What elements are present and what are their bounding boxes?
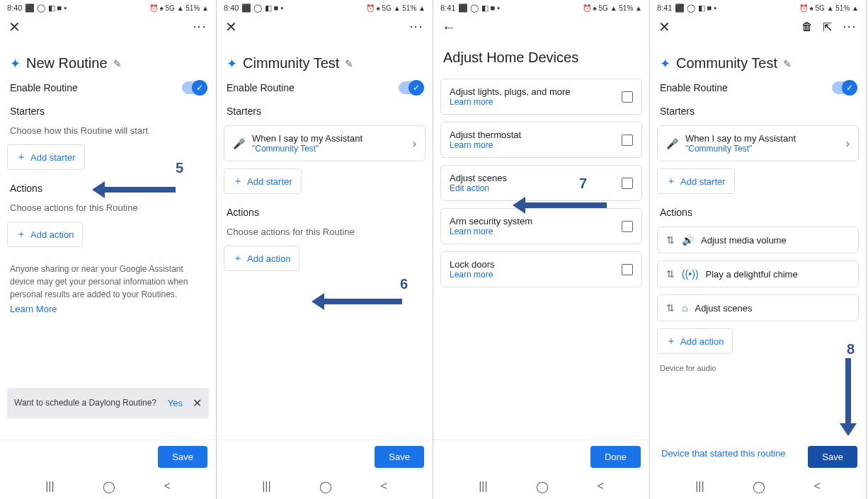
nav-home-icon[interactable]: ◯ [753,480,765,493]
edit-icon[interactable]: ✎ [113,58,122,69]
edit-icon[interactable]: ✎ [783,58,792,69]
add-starter-button[interactable]: ＋ Add starter [224,168,302,194]
starter-card[interactable]: 🎤 When I say to my Assistant "Community … [657,125,859,161]
close-icon[interactable]: ✕ [658,18,670,35]
drag-handle-icon[interactable]: ⇅ [666,302,675,314]
wand-icon: ✦ [227,56,237,71]
plus-icon: ＋ [233,252,243,265]
chime-icon: ((•)) [682,268,699,280]
nav-back-icon[interactable]: < [813,480,820,493]
device-link[interactable]: Device that started this routine [661,448,786,459]
enable-toggle[interactable] [182,81,206,94]
add-action-button[interactable]: ＋ Add action [657,328,733,354]
nav-bar: ||| ◯ < [0,474,216,499]
device-option[interactable]: Adjust lights, plugs, and more Learn mor… [440,79,642,115]
done-button[interactable]: Done [590,446,641,468]
option-link[interactable]: Learn more [450,226,615,236]
footer: Done [433,440,649,474]
option-checkbox[interactable] [622,91,633,103]
status-left-icons: ⬛ ◯ ◧ ■ • [241,4,283,13]
device-option[interactable]: Adjust thermostat Learn more [440,122,642,158]
option-link[interactable]: Learn more [450,270,615,280]
close-icon[interactable]: ✕ [8,18,21,35]
actions-heading: Actions [227,207,423,218]
status-time: 8:41 [657,4,672,12]
enable-row: Enable Routine [10,81,206,94]
status-right-icons: ⏰ ♠ 5G ▲ 51% ▲ [583,4,642,12]
add-to-home-icon[interactable]: ⇱ [823,21,832,34]
nav-home-icon[interactable]: ◯ [536,480,549,493]
add-action-button[interactable]: ＋ Add action [7,222,83,247]
app-bar: ← [433,13,649,41]
nav-recent-icon[interactable]: ||| [479,480,487,493]
nav-home-icon[interactable]: ◯ [103,480,115,493]
enable-toggle[interactable] [832,81,856,94]
action-label: Adjust scenes [695,303,752,314]
overflow-icon[interactable]: ⋮ [842,21,857,34]
title-row: ✦ Cimmunity Test ✎ [227,55,426,71]
option-checkbox[interactable] [622,221,633,232]
snackbar-yes[interactable]: Yes [168,398,183,408]
option-link[interactable]: Learn more [450,97,615,107]
status-bar: 8:40⬛ ◯ ◧ ■ • ⏰ ♠ 5G ▲ 51% ▲ [217,0,433,13]
nav-recent-icon[interactable]: ||| [695,480,704,493]
save-button[interactable]: Save [375,446,424,468]
edit-icon[interactable]: ✎ [345,58,353,69]
plus-icon: ＋ [16,228,26,241]
enable-label: Enable Routine [660,82,728,93]
close-icon[interactable]: ✕ [225,18,237,35]
status-left-icons: ⬛ ◯ ◧ ■ • [675,4,716,13]
volume-icon: 🔊 [682,234,694,246]
actions-heading: Actions [10,183,206,194]
wand-icon: ✦ [10,56,21,71]
add-action-button[interactable]: ＋ Add action [224,246,299,271]
annotation-arrow-8 [840,358,857,436]
add-starter-button[interactable]: ＋ Add starter [7,144,85,170]
overflow-icon[interactable]: ⋮ [409,21,424,34]
screen-1: 8:40⬛ ◯ ◧ ■ • ⏰ ♠ 5G ▲ 51% ▲ ✕ ⋮ ✦ New R… [0,0,217,499]
starter-card-value: "Community Test" [685,144,839,154]
nav-home-icon[interactable]: ◯ [319,480,332,493]
action-item[interactable]: ⇅ 🔊 Adjust media volume [657,226,859,253]
drag-handle-icon[interactable]: ⇅ [666,234,675,246]
enable-label: Enable Routine [227,82,295,93]
nav-back-icon[interactable]: < [380,480,387,493]
device-option[interactable]: Arm security system Learn more [440,208,642,244]
status-time: 8:40 [7,4,22,12]
action-label: Play a delightful chime [706,269,798,280]
starter-card[interactable]: 🎤 When I say to my Assistant "Community … [224,125,426,161]
action-item[interactable]: ⇅ ((•)) Play a delightful chime [657,260,859,287]
learn-more-link[interactable]: Learn More [10,304,206,314]
add-starter-label: Add starter [247,176,292,187]
enable-toggle[interactable] [399,81,423,94]
nav-recent-icon[interactable]: ||| [262,480,270,493]
back-icon[interactable]: ← [442,19,456,35]
snackbar: Want to schedule a Daylong Routine? Yes … [7,388,209,418]
add-action-label: Add action [247,253,290,264]
action-item[interactable]: ⇅ ⌂ Adjust scenes [657,294,859,321]
status-time: 8:41 [440,4,455,12]
option-link[interactable]: Learn more [450,140,615,150]
nav-back-icon[interactable]: < [164,480,170,493]
device-option[interactable]: Lock doors Learn more [440,251,642,287]
drag-handle-icon[interactable]: ⇅ [666,268,675,280]
option-checkbox[interactable] [622,264,633,275]
option-checkbox[interactable] [622,134,633,146]
enable-row: Enable Routine [660,81,856,94]
overflow-icon[interactable]: ⋮ [192,21,207,34]
add-starter-button[interactable]: ＋ Add starter [657,168,735,194]
home-icon: ⌂ [682,302,687,314]
option-link[interactable]: Edit action [450,183,615,193]
save-button[interactable]: Save [808,446,857,468]
nav-back-icon[interactable]: < [597,480,603,493]
device-option[interactable]: Adjust scenes Edit action [440,165,642,201]
app-bar: ✕ ⋮ [217,13,433,41]
save-button[interactable]: Save [158,446,207,468]
nav-recent-icon[interactable]: ||| [45,480,54,493]
app-bar: ✕ ⋮ [0,13,216,41]
starters-heading: Starters [660,105,856,117]
option-checkbox[interactable] [622,178,633,189]
trash-icon[interactable]: 🗑 [801,21,813,33]
snackbar-close-icon[interactable]: ✕ [193,396,202,410]
status-right-icons: ⏰ ♠ 5G ▲ 51% ▲ [799,4,859,12]
